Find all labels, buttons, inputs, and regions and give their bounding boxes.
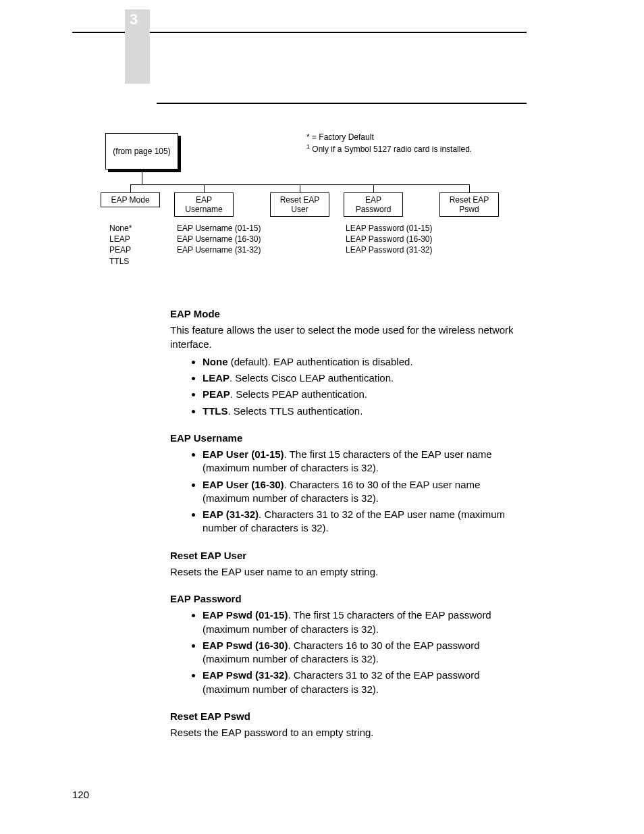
item-text: . Selects TTLS authentication.	[228, 405, 363, 417]
item-lead: EAP User (01-15)	[203, 448, 284, 460]
list-item: TTLS. Selects TTLS authentication.	[203, 405, 528, 418]
item-text: . Selects Cisco LEAP authentication.	[230, 372, 394, 384]
item-lead: LEAP	[203, 372, 230, 384]
connector	[373, 184, 374, 192]
node-eap-mode-label: EAP Mode	[111, 195, 149, 205]
item-lead: EAP Pswd (01-15)	[203, 609, 288, 621]
options-eap-password: LEAP Password (01-15) LEAP Password (16-…	[346, 223, 433, 256]
heading-reset-eap-user: Reset EAP User	[170, 549, 528, 563]
opt: EAP Username (01-15)	[177, 223, 261, 234]
header-rule-right	[150, 32, 527, 33]
node-eap-username-label: EAPUsername	[185, 195, 222, 215]
item-text: . Selects PEAP authentication.	[230, 388, 367, 400]
opt: LEAP Password (16-30)	[346, 234, 433, 244]
list-item: PEAP. Selects PEAP authentication.	[203, 388, 528, 401]
list-eap-password: EAP Pswd (01-15). The first 15 character…	[170, 608, 528, 696]
heading-reset-eap-pswd: Reset EAP Pswd	[170, 710, 528, 723]
node-eap-password-label: EAPPassword	[356, 195, 392, 215]
item-lead: EAP Pswd (16-30)	[203, 640, 288, 651]
item-lead: EAP User (16-30)	[203, 479, 284, 490]
body-text: EAP Mode This feature allows the user to…	[170, 294, 528, 744]
from-ref-label: (from page 105)	[113, 147, 170, 156]
menu-tree-diagram: * = Factory Default 1 Only if a Symbol 5…	[104, 132, 527, 273]
chapter-title: Configuring The Printer	[157, 15, 278, 27]
opt: EAP Username (31-32)	[177, 244, 261, 255]
chapter-number: 3	[130, 11, 138, 28]
opt: None*	[109, 223, 132, 234]
note-symbol-card: 1 Only if a Symbol 5127 radio card is in…	[306, 142, 472, 155]
node-reset-eap-pswd-label: Reset EAPPswd	[450, 195, 489, 215]
section-rule	[157, 103, 527, 104]
heading-eap-mode: EAP Mode	[170, 307, 528, 321]
connector	[300, 184, 300, 192]
node-reset-eap-pswd: Reset EAPPswd	[439, 192, 499, 217]
para-eap-mode-intro: This feature allows the user to select t…	[170, 323, 528, 351]
opt: LEAP	[109, 234, 132, 244]
opt: EAP Username (16-30)	[177, 234, 261, 244]
list-eap-username: EAP User (01-15). The first 15 character…	[170, 448, 528, 536]
connector	[469, 184, 470, 192]
node-reset-eap-user: Reset EAPUser	[270, 192, 329, 217]
node-eap-password: EAPPassword	[344, 192, 403, 217]
from-ref-node: (from page 105)	[105, 133, 178, 170]
opt: LEAP Password (01-15)	[346, 223, 433, 234]
note-factory-default: * = Factory Default	[306, 132, 472, 142]
item-lead: EAP (31-32)	[203, 509, 259, 520]
page-number: 120	[72, 789, 89, 800]
options-eap-username: EAP Username (01-15) EAP Username (16-30…	[177, 223, 261, 256]
item-lead: TTLS	[203, 405, 228, 417]
list-item: EAP Pswd (31-32). Characters 31 to 32 of…	[203, 669, 528, 696]
connector	[142, 170, 142, 184]
item-text: (default). EAP authentication is disable…	[228, 356, 413, 367]
node-eap-username: EAPUsername	[174, 192, 234, 217]
list-item: None (default). EAP authentication is di…	[203, 355, 528, 369]
item-lead: EAP Pswd (31-32)	[203, 669, 288, 681]
list-item: EAP User (16-30). Characters 16 to 30 of…	[203, 478, 528, 506]
list-item: EAP Pswd (16-30). Characters 16 to 30 of…	[203, 639, 528, 667]
para-reset-eap-user: Resets the EAP user name to an empty str…	[170, 565, 528, 579]
list-item: EAP Pswd (01-15). The first 15 character…	[203, 608, 528, 636]
list-item: LEAP. Selects Cisco LEAP authentication.	[203, 371, 528, 385]
list-eap-mode: None (default). EAP authentication is di…	[170, 355, 528, 418]
options-eap-mode: None* LEAP PEAP TTLS	[109, 223, 132, 267]
para-reset-eap-pswd: Resets the EAP password to an empty stri…	[170, 726, 528, 739]
connector	[204, 184, 205, 192]
node-eap-mode: EAP Mode	[101, 192, 160, 207]
connector	[130, 184, 131, 192]
item-lead: None	[203, 356, 228, 367]
item-lead: PEAP	[203, 388, 230, 400]
list-item: EAP (31-32). Characters 31 to 32 of the …	[203, 508, 528, 536]
heading-eap-username: EAP Username	[170, 432, 528, 445]
header-rule-left	[72, 32, 125, 33]
opt: TTLS	[109, 256, 132, 267]
section-title: WLAN EAP	[157, 86, 214, 99]
opt: LEAP Password (31-32)	[346, 244, 433, 255]
note-symbol-card-text: Only if a Symbol 5127 radio card is inst…	[310, 145, 472, 154]
opt: PEAP	[109, 244, 132, 255]
list-item: EAP User (01-15). The first 15 character…	[203, 448, 528, 475]
heading-eap-password: EAP Password	[170, 592, 528, 606]
page: 3 Configuring The Printer WLAN EAP * = F…	[0, 0, 644, 834]
diagram-notes: * = Factory Default 1 Only if a Symbol 5…	[306, 132, 472, 155]
node-reset-eap-user-label: Reset EAPUser	[280, 195, 320, 215]
